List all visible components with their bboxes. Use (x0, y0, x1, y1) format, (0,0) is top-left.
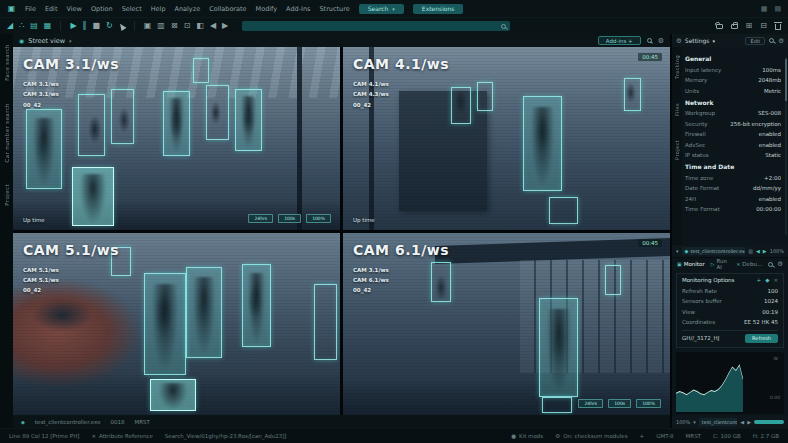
stop-icon[interactable]: ■ (93, 22, 101, 30)
sidebar-tab-face-search[interactable]: Face search (4, 44, 10, 81)
settings-title[interactable]: Settings (685, 37, 710, 44)
tab-monitor[interactable]: ▣ Monitor (677, 261, 705, 267)
mark-icon[interactable]: ◆ (765, 277, 769, 283)
export-icon[interactable]: ⊠ (171, 22, 178, 30)
pages-icon[interactable]: ▥ (157, 22, 165, 30)
camera-feed-5-1[interactable]: CAM 5.1/ws CAM 5.1/ws CAM 5.1/ws 00_42 (13, 233, 340, 416)
arrow-left-icon[interactable]: ◀ (210, 22, 216, 30)
menu-analyze[interactable]: Analyze (175, 5, 201, 13)
zoom-level[interactable]: 100% (770, 248, 784, 254)
setting-value[interactable]: SES-008 (758, 110, 781, 116)
arrow-right-icon[interactable]: ▶ (763, 248, 767, 254)
setting-value[interactable]: enabled (759, 142, 781, 148)
close-icon[interactable]: × (773, 277, 778, 283)
menu-structure[interactable]: Structure (319, 5, 349, 13)
setting-value[interactable]: +2:00 (764, 175, 781, 181)
layers-icon[interactable]: ▤ (774, 5, 781, 13)
addins-button[interactable]: Add-ins + (598, 36, 641, 45)
gear-icon[interactable]: ⚙ (658, 37, 664, 45)
arrow-right-icon[interactable]: ▶ (222, 22, 228, 30)
monitor-value[interactable]: EE 52 HK 45 (744, 319, 778, 325)
pause-icon[interactable]: ‖ (83, 22, 87, 30)
grid-tool-icon[interactable]: ▦ (44, 22, 52, 30)
arrow-left-icon[interactable]: ◀ (756, 248, 760, 254)
checksum-modules[interactable]: ⚙ On: checksum modules (555, 433, 627, 439)
menu-file[interactable]: File (25, 5, 36, 13)
zoom-level[interactable]: 100% (676, 419, 690, 425)
setting-value[interactable]: 2048mb (758, 77, 781, 83)
view-selector[interactable]: Street view (28, 37, 65, 45)
sidebar-tab-project[interactable]: Project (4, 184, 10, 206)
menu-select[interactable]: Select (122, 5, 142, 13)
setting-value[interactable]: dd/mm/yy (753, 185, 781, 191)
clip-icon[interactable]: ◧ (196, 22, 204, 30)
attribute-reference[interactable]: × Attribute Reference (91, 433, 152, 439)
camera-feed-3-1[interactable]: CAM 3.1/ws CAM 3.1/ws CAM 3.1/ws 00_42 U… (13, 47, 340, 230)
camera-feed-6-1[interactable]: CAM 6.1/ws CAM 3.1/ws CAM 6.1/ws 00_42 0… (343, 233, 670, 416)
search-input[interactable] (246, 23, 501, 30)
menu-option[interactable]: Option (91, 5, 113, 13)
play-icon[interactable]: ▶ (70, 22, 76, 30)
tab-project[interactable]: Project (674, 140, 680, 160)
file-tab[interactable]: test_clientcontroller.exe (35, 419, 101, 425)
edit-button[interactable]: Edit (745, 37, 765, 45)
menu-view[interactable]: View (66, 5, 81, 13)
menu-edit[interactable]: Edit (45, 5, 58, 13)
setting-value[interactable]: 256-bit encryption (730, 121, 781, 127)
chevron-down-icon[interactable]: ▾ (676, 248, 679, 254)
arrow-right-icon[interactable]: ▶ (747, 419, 751, 425)
gear-icon[interactable]: ⚙ (778, 37, 784, 45)
search-icon[interactable] (769, 38, 774, 43)
tab-run-ai[interactable]: ▷ Run AI (711, 258, 730, 270)
sidebar-tab-car-number-search[interactable]: Car number search (4, 103, 10, 163)
cursor-icon[interactable] (117, 21, 126, 30)
menu-modify[interactable]: Modify (256, 5, 278, 13)
page-icon[interactable]: ▥ (748, 248, 753, 254)
menu-addins[interactable]: Add-Ins (286, 5, 310, 13)
monitor-value[interactable]: 100 (768, 288, 779, 294)
refresh-icon[interactable]: ↻ (106, 22, 113, 30)
tab-debug[interactable]: × Debu... (736, 261, 762, 267)
settings-scrollbar[interactable] (785, 57, 787, 235)
trash-icon[interactable] (775, 24, 781, 30)
import-icon[interactable]: ⊡ (184, 22, 191, 30)
search-icon[interactable] (768, 262, 773, 267)
monitor-value[interactable]: 1024 (764, 298, 778, 304)
zoom-out-icon[interactable]: ⊟ (760, 22, 767, 30)
shape-tool-icon[interactable]: ◢ (7, 22, 13, 30)
windows-icon[interactable]: ▣ (144, 22, 152, 30)
zoom-in-icon[interactable]: ⊞ (746, 22, 753, 30)
toolbar-search[interactable] (242, 21, 510, 31)
search-menu-button[interactable]: Search ▾ (359, 4, 404, 14)
chevron-down-icon[interactable]: ▾ (712, 38, 715, 44)
setting-value[interactable]: Static (765, 152, 781, 158)
refresh-button[interactable]: Refresh (745, 334, 778, 343)
menu-help[interactable]: Help (151, 5, 166, 13)
chevron-down-icon[interactable]: ▾ (69, 38, 72, 44)
chevron-down-icon[interactable]: ▾ (693, 419, 696, 425)
setting-value[interactable]: Metric (764, 88, 781, 94)
setting-value[interactable]: 00:00:00 (756, 206, 781, 212)
address-field[interactable]: test_clientcontroller.exe (699, 418, 737, 426)
setting-value[interactable]: enabled (759, 196, 781, 202)
extensions-button[interactable]: Extensions (413, 4, 464, 14)
arrow-left-icon[interactable]: ◀ (740, 419, 744, 425)
save-icon[interactable]: ▤ (30, 22, 38, 30)
setting-value[interactable]: 100ms (762, 67, 781, 73)
menu-collaborate[interactable]: Collaborate (209, 5, 246, 13)
tab-files[interactable]: Files (674, 103, 680, 116)
kit-mods[interactable]: ● Kit mods (511, 433, 543, 439)
camera-feed-4-1[interactable]: CAM 4.1/ws CAM 4.1/ws CAM 4.3/ws 00_42 U… (343, 47, 670, 230)
address-field[interactable]: ◆ test_clientcontroller.exe (682, 247, 746, 255)
nodes-tool-icon[interactable]: ∴ (19, 22, 24, 30)
lock-icon[interactable] (731, 24, 738, 29)
search-icon[interactable] (647, 38, 652, 43)
apps-icon[interactable]: ▦ (761, 5, 768, 13)
monitor-value[interactable]: 00:19 (762, 309, 778, 315)
setting-value[interactable]: enabled (759, 131, 781, 137)
tab-tracking[interactable]: Tracking (674, 55, 680, 79)
unlock-icon[interactable] (716, 24, 723, 29)
gear-icon[interactable]: ⚙ (777, 260, 783, 268)
add-icon[interactable]: + (757, 277, 762, 283)
add-module[interactable]: + (640, 433, 645, 439)
